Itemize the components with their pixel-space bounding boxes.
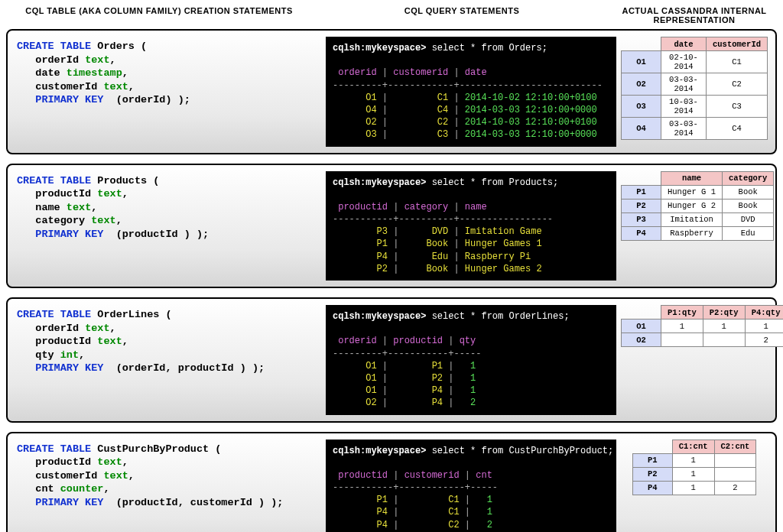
cql-create-custpurch: CREATE TABLE CustPurchByProduct ( produc… [15, 440, 321, 533]
panel-products: CREATE TABLE Products ( productId text, … [6, 164, 777, 289]
header-create: CQL TABLE (AKA COLUMN FAMILY) CREATION S… [6, 6, 312, 24]
terminal-orderlines: cqlsh:mykeyspace> select * from OrderLin… [326, 305, 616, 415]
terminal-orders: cqlsh:mykeyspace> select * from Orders; … [326, 37, 616, 147]
terminal-custpurch: cqlsh:mykeyspace> select * from CustPurc… [326, 440, 616, 533]
rep-table-products: namecategory P1Hunger G 1Book P2Hunger G… [621, 171, 774, 241]
rep-orderlines: P1:qtyP2:qtyP4:qty O1111 O22 [621, 305, 783, 415]
rep-custpurch: C1:cntC2:cnt P11 P21 P412 [621, 440, 768, 533]
rep-table-orders: datecustomerId O102-10-2014C1 O203-03-20… [621, 37, 768, 140]
rep-table-custpurch: C1:cntC2:cnt P11 P21 P412 [632, 440, 757, 495]
cql-create-products: CREATE TABLE Products ( productId text, … [15, 171, 321, 281]
terminal-products: cqlsh:mykeyspace> select * from Products… [326, 171, 616, 281]
rep-table-orderlines: P1:qtyP2:qtyP4:qty O1111 O22 [621, 305, 783, 347]
cql-create-orders: CREATE TABLE Orders ( orderId text, date… [15, 37, 321, 147]
header-query: CQL QUERY STATEMENTS [317, 6, 607, 24]
column-headers: CQL TABLE (AKA COLUMN FAMILY) CREATION S… [6, 6, 777, 24]
panel-orderlines: CREATE TABLE OrderLines ( orderId text, … [6, 297, 777, 423]
rep-orders: datecustomerId O102-10-2014C1 O203-03-20… [621, 37, 768, 147]
cql-create-orderlines: CREATE TABLE OrderLines ( orderId text, … [15, 305, 321, 415]
header-rep: ACTUAL CASSANDRA INTERNAL REPRESENTATION [612, 6, 777, 24]
panel-orders: CREATE TABLE Orders ( orderId text, date… [6, 29, 777, 154]
rep-products: namecategory P1Hunger G 1Book P2Hunger G… [621, 171, 774, 281]
panel-custpurch: CREATE TABLE CustPurchByProduct ( produc… [6, 432, 777, 533]
